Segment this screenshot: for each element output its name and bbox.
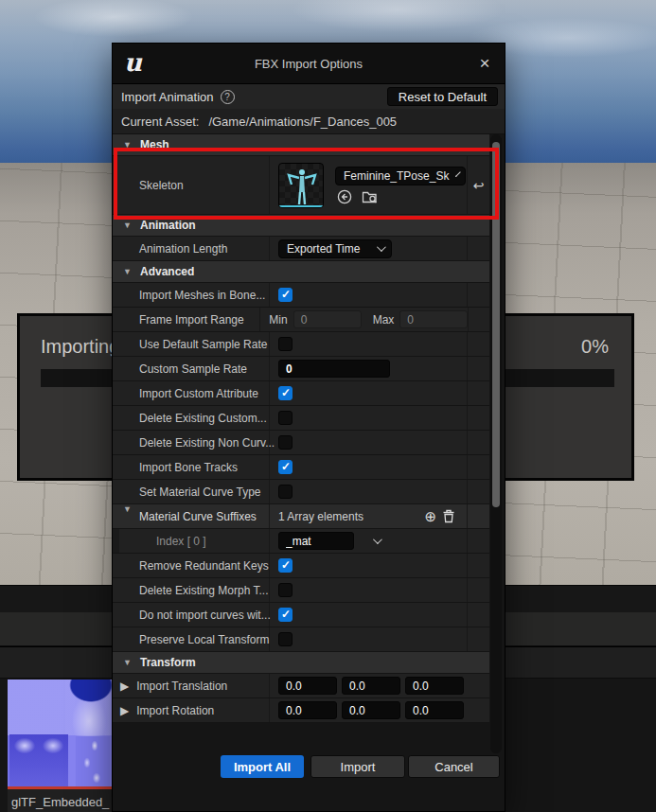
row-delete-existing-non-curve: Delete Existing Non Curv... — [113, 431, 489, 455]
import-meshes-checkbox[interactable] — [278, 288, 293, 302]
suffix-value-input[interactable] — [278, 532, 354, 550]
dialog-titlebar[interactable]: u FBX Import Options × — [113, 44, 505, 84]
help-icon[interactable]: ? — [221, 90, 235, 104]
do-not-import-curves-checkbox[interactable] — [278, 608, 293, 622]
rotation-x-input[interactable] — [278, 701, 337, 719]
asset-thumbnail — [8, 680, 112, 786]
row-import-translation: ▶ Import Translation — [113, 674, 489, 698]
expand-icon[interactable]: ▶ — [120, 680, 129, 693]
frame-range-min-input[interactable] — [293, 310, 362, 328]
screen: Importing 0% glTF_Embedded_ u FBX Import… — [0, 0, 656, 812]
chevron-collapse-icon: ▼ — [123, 221, 133, 230]
translation-z-input[interactable] — [405, 677, 464, 695]
translation-y-input[interactable] — [342, 677, 400, 695]
cancel-button[interactable]: Cancel — [408, 755, 500, 778]
chevron-collapse-icon: ▼ — [123, 267, 133, 276]
row-do-not-import-curves: Do not import curves wit... — [113, 603, 489, 627]
delete-existing-custom-checkbox[interactable] — [278, 411, 293, 425]
custom-sample-rate-input[interactable] — [278, 360, 390, 378]
row-preserve-local-transform: Preserve Local Transform — [113, 627, 489, 652]
animation-length-dropdown[interactable]: Exported Time — [278, 239, 392, 258]
clear-array-icon[interactable] — [442, 509, 455, 523]
translation-x-input[interactable] — [278, 677, 337, 695]
progress-title: Importing — [41, 336, 119, 358]
progress-percent: 0% — [581, 336, 609, 358]
row-remove-redundant-keys: Remove Redundant Keys — [113, 554, 489, 578]
row-use-default-sample-rate: Use Default Sample Rate — [113, 332, 489, 357]
import-button[interactable]: Import — [310, 755, 405, 778]
asset-type-color-bar — [8, 786, 112, 789]
chevron-down-icon[interactable] — [373, 535, 382, 544]
set-material-curve-type-checkbox[interactable] — [278, 485, 293, 499]
close-icon[interactable]: × — [474, 53, 495, 74]
import-animation-label: Import Animation — [121, 90, 214, 104]
thumbnail-detail — [9, 734, 68, 786]
row-frame-import-range: Frame Import Range Min Max — [113, 308, 489, 332]
row-import-rotation: ▶ Import Rotation — [113, 698, 489, 723]
row-import-custom-attribute: Import Custom Attribute — [113, 381, 489, 406]
row-delete-existing-custom: Delete Existing Custom... — [113, 406, 489, 431]
use-default-sample-rate-checkbox[interactable] — [278, 337, 293, 351]
section-transform[interactable]: ▼ Transform — [113, 652, 489, 674]
row-import-meshes-in-bone: Import Meshes in Bone... — [113, 283, 489, 308]
row-index-0: Index [ 0 ] — [113, 529, 489, 554]
current-asset-label: Current Asset: — [121, 115, 199, 129]
reset-to-default-button[interactable]: Reset to Default — [387, 87, 498, 106]
import-all-button[interactable]: Import All — [221, 755, 304, 778]
dialog-footer: Import All Import Cancel — [113, 755, 505, 778]
dialog-title: FBX Import Options — [113, 44, 505, 84]
frame-range-max-input[interactable] — [399, 310, 468, 328]
row-custom-sample-rate: Custom Sample Rate — [113, 357, 489, 381]
row-import-bone-tracks: Import Bone Tracks — [113, 455, 489, 480]
thumbnail-detail — [76, 736, 110, 786]
expand-icon[interactable]: ▶ — [120, 704, 129, 717]
row-set-material-curve-type: Set Material Curve Type — [113, 480, 489, 504]
rotation-z-input[interactable] — [405, 701, 464, 719]
array-elements-count: 1 Array elements — [278, 510, 363, 523]
section-advanced[interactable]: ▼ Advanced — [113, 261, 489, 283]
current-asset-bar: Current Asset: /Game/Animations/F_Dances… — [113, 109, 505, 134]
chevron-collapse-icon: ▼ — [123, 504, 132, 514]
row-material-curve-suffixes[interactable]: ▼ Material Curve Suffixes 1 Array elemen… — [113, 504, 489, 529]
rotation-y-input[interactable] — [342, 701, 400, 719]
import-custom-attribute-checkbox[interactable] — [278, 386, 293, 400]
annotation-highlight-rect — [114, 148, 499, 220]
import-bone-tracks-checkbox[interactable] — [278, 460, 293, 474]
delete-existing-morph-checkbox[interactable] — [278, 583, 293, 597]
asset-name: glTF_Embedded_ — [11, 795, 109, 809]
properties-panel: ▼ Mesh Skeleton — [113, 134, 489, 723]
chevron-down-icon — [377, 242, 386, 252]
delete-existing-non-curve-checkbox[interactable] — [278, 435, 293, 450]
current-asset-path: /Game/Animations/F_Dances_005 — [208, 115, 397, 129]
import-animation-bar: Import Animation ? Reset to Default — [113, 84, 505, 109]
remove-redundant-keys-checkbox[interactable] — [278, 558, 293, 573]
row-delete-existing-morph: Delete Existing Morph T... — [113, 578, 489, 603]
add-array-element-icon[interactable]: ⊕ — [424, 508, 436, 525]
preserve-local-transform-checkbox[interactable] — [278, 632, 293, 646]
row-animation-length: Animation Length Exported Time — [113, 237, 489, 261]
asset-tile[interactable]: glTF_Embedded_ — [8, 680, 112, 812]
chevron-collapse-icon: ▼ — [123, 658, 133, 667]
